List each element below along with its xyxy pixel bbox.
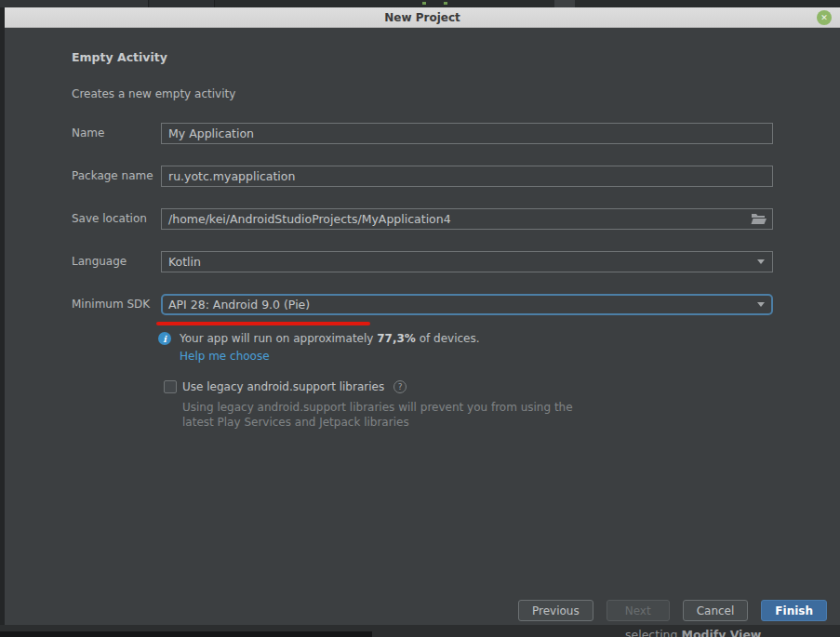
- chevron-down-icon: [757, 302, 765, 307]
- next-button[interactable]: Next: [607, 600, 670, 621]
- background-app-strip: [0, 0, 840, 7]
- background-green-speck: [444, 2, 447, 5]
- package-name-label: Package name: [72, 166, 153, 187]
- save-location-label: Save location: [72, 208, 147, 230]
- name-input[interactable]: My Application: [161, 123, 773, 144]
- minimum-sdk-label: Minimum SDK: [72, 294, 150, 315]
- help-question-icon[interactable]: ?: [393, 380, 407, 393]
- sdk-info-row: i Your app will run on approximately 77,…: [158, 332, 480, 345]
- language-label: Language: [72, 251, 127, 272]
- sdk-info-text: Your app will run on approximately 77,3%…: [180, 332, 480, 345]
- device-percent: 77,3%: [377, 332, 416, 345]
- close-icon: ✕: [820, 13, 828, 22]
- background-partial-text: selecting Modify View: [625, 628, 761, 637]
- background-green-speck: [422, 2, 426, 5]
- package-name-input[interactable]: ru.yotc.myapplication: [161, 166, 773, 187]
- page-subtitle: Creates a new empty activity: [72, 87, 235, 100]
- legacy-support-label[interactable]: Use legacy android.support libraries: [182, 380, 384, 393]
- package-name-value: ru.yotc.myapplication: [168, 166, 295, 186]
- language-value: Kotlin: [168, 252, 201, 272]
- background-tab-segment: [554, 0, 575, 7]
- cancel-button[interactable]: Cancel: [683, 600, 749, 621]
- help-me-choose-link[interactable]: Help me choose: [180, 350, 270, 363]
- dialog-button-row: Previous Next Cancel Finish: [518, 600, 827, 621]
- new-project-dialog: Empty Activity Creates a new empty activ…: [5, 28, 840, 625]
- save-location-input[interactable]: /home/kei/AndroidStudioProjects/MyApplic…: [161, 208, 773, 230]
- background-dark-strip: [0, 631, 372, 637]
- window-titlebar[interactable]: New Project ✕: [5, 7, 840, 28]
- legacy-support-row: Use legacy android.support libraries ?: [164, 380, 407, 393]
- close-button[interactable]: ✕: [817, 10, 832, 25]
- name-label: Name: [72, 123, 104, 144]
- minimum-sdk-dropdown[interactable]: API 28: Android 9.0 (Pie): [161, 294, 773, 315]
- background-tab-segment: [150, 0, 215, 7]
- new-project-window: New Project ✕ Empty Activity Creates a n…: [5, 7, 840, 625]
- previous-button[interactable]: Previous: [518, 600, 593, 621]
- name-value: My Application: [168, 124, 254, 143]
- chevron-down-icon: [757, 259, 765, 264]
- background-tab-segment: [0, 0, 149, 7]
- finish-button[interactable]: Finish: [761, 600, 827, 621]
- save-location-value: /home/kei/AndroidStudioProjects/MyApplic…: [168, 209, 451, 229]
- window-title: New Project: [5, 7, 840, 28]
- page-title: Empty Activity: [72, 50, 167, 64]
- legacy-support-description: Using legacy android.support libraries w…: [182, 400, 573, 430]
- language-dropdown[interactable]: Kotlin: [161, 251, 773, 272]
- red-annotation-underline: [156, 322, 370, 325]
- legacy-support-checkbox[interactable]: [164, 380, 177, 393]
- info-icon: i: [158, 332, 171, 345]
- minimum-sdk-value: API 28: Android 9.0 (Pie): [168, 296, 310, 313]
- folder-browse-icon[interactable]: [751, 212, 767, 226]
